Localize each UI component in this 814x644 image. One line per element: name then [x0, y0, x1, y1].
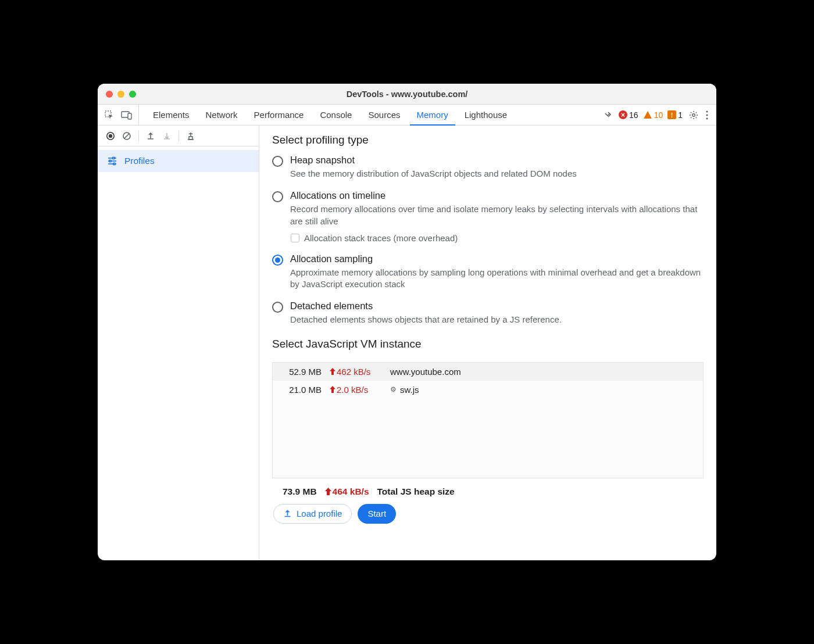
vm-size: 52.9 MB [283, 367, 322, 377]
profiling-option[interactable]: Allocations on timelineRecord memory all… [272, 190, 704, 243]
device-toolbar-icon[interactable] [120, 108, 134, 122]
tab-elements[interactable]: Elements [146, 105, 197, 125]
upload-icon [283, 509, 292, 518]
tab-performance[interactable]: Performance [247, 105, 311, 125]
tab-network[interactable]: Network [199, 105, 245, 125]
tab-memory[interactable]: Memory [410, 105, 455, 126]
sub-option-label: Allocation stack traces (more overhead) [304, 233, 458, 243]
svg-point-5 [706, 114, 708, 116]
checkbox[interactable] [291, 234, 299, 242]
vm-rate: 2.0 kB/s [330, 385, 382, 395]
gear-icon: ⚙ [390, 385, 397, 393]
option-title: Allocation sampling [290, 253, 704, 264]
option-title: Detached elements [290, 300, 562, 312]
start-button[interactable]: Start [358, 504, 396, 524]
radio-button[interactable] [272, 302, 283, 313]
option-description: Approximate memory allocations by sampli… [290, 267, 704, 291]
main-panel: Select profiling type Heap snapshotSee t… [259, 126, 716, 560]
titlebar: DevTools - www.youtube.com/ [98, 84, 716, 105]
more-options-icon[interactable] [705, 109, 709, 121]
issue-count[interactable]: 1 [667, 110, 683, 120]
warning-count[interactable]: 10 [643, 110, 663, 120]
total-label: Total JS heap size [377, 486, 455, 497]
profiling-option[interactable]: Allocation samplingApproximate memory al… [272, 253, 704, 291]
vm-name: www.youtube.com [390, 367, 461, 377]
panel-tabs: ElementsNetworkPerformanceConsoleSources… [146, 105, 514, 125]
vm-name: ⚙sw.js [390, 385, 419, 395]
load-profile-button[interactable]: Load profile [273, 504, 352, 524]
close-window-button[interactable] [106, 91, 113, 98]
svg-rect-2 [128, 113, 131, 119]
total-rate: 464 kB/s [325, 486, 369, 497]
settings-icon[interactable] [687, 109, 700, 121]
download-icon[interactable] [160, 129, 174, 143]
upload-icon[interactable] [144, 129, 158, 143]
more-tabs-icon[interactable] [602, 109, 614, 121]
svg-point-4 [706, 110, 708, 112]
option-title: Allocations on timeline [290, 190, 704, 201]
tab-console[interactable]: Console [313, 105, 359, 125]
error-icon [619, 110, 627, 119]
inspect-element-icon[interactable] [102, 108, 116, 122]
total-size: 73.9 MB [283, 486, 317, 497]
svg-point-8 [109, 134, 112, 137]
arrow-up-icon [330, 368, 335, 375]
vm-size: 21.0 MB [283, 385, 322, 395]
sidebar: Profiles [98, 126, 259, 560]
sub-option[interactable]: Allocation stack traces (more overhead) [291, 233, 704, 243]
zoom-window-button[interactable] [129, 91, 136, 98]
svg-rect-16 [109, 160, 111, 162]
arrow-up-icon [330, 386, 335, 393]
radio-button[interactable] [272, 156, 283, 167]
option-description: Record memory allocations over time and … [290, 203, 704, 227]
option-description: Detached elements shows objects that are… [290, 314, 562, 325]
svg-point-6 [706, 117, 708, 119]
issue-icon [667, 110, 676, 119]
profiling-option[interactable]: Detached elementsDetached elements shows… [272, 300, 704, 325]
devtools-window: DevTools - www.youtube.com/ ElementsNetw… [98, 84, 716, 560]
warning-icon [643, 110, 652, 119]
sidebar-toolbar [98, 126, 259, 146]
svg-rect-17 [113, 163, 115, 165]
window-title: DevTools - www.youtube.com/ [98, 90, 716, 99]
arrow-up-icon [325, 488, 331, 495]
main-tabbar: ElementsNetworkPerformanceConsoleSources… [98, 105, 716, 126]
heading-profiling-type: Select profiling type [272, 134, 704, 146]
sidebar-item-label: Profiles [124, 156, 155, 166]
svg-rect-15 [113, 158, 115, 159]
option-description: See the memory distribution of JavaScrip… [290, 168, 577, 180]
window-controls [106, 91, 136, 98]
vm-instance-row[interactable]: 21.0 MB2.0 kB/s⚙sw.js [273, 381, 703, 399]
totals-row: 73.9 MB 464 kB/s Total JS heap size [272, 478, 704, 504]
profiling-option[interactable]: Heap snapshotSee the memory distribution… [272, 155, 704, 180]
error-count[interactable]: 16 [619, 110, 638, 120]
record-icon[interactable] [103, 129, 117, 143]
heading-vm-instance: Select JavaScript VM instance [272, 338, 704, 350]
radio-button[interactable] [272, 255, 283, 266]
svg-line-10 [124, 134, 129, 138]
vm-instance-row[interactable]: 52.9 MB462 kB/swww.youtube.com [273, 363, 703, 381]
vm-rate: 462 kB/s [330, 367, 382, 377]
svg-point-3 [692, 113, 695, 116]
sidebar-item-profiles[interactable]: Profiles [98, 150, 259, 172]
tab-sources[interactable]: Sources [361, 105, 407, 125]
minimize-window-button[interactable] [117, 91, 124, 98]
tab-lighthouse[interactable]: Lighthouse [458, 105, 514, 125]
radio-button[interactable] [272, 191, 283, 202]
clear-icon[interactable] [120, 129, 134, 143]
sliders-icon [107, 156, 117, 166]
vm-instance-table: 52.9 MB462 kB/swww.youtube.com21.0 MB2.0… [272, 362, 704, 478]
option-title: Heap snapshot [290, 155, 577, 166]
garbage-collect-icon[interactable] [184, 129, 198, 143]
